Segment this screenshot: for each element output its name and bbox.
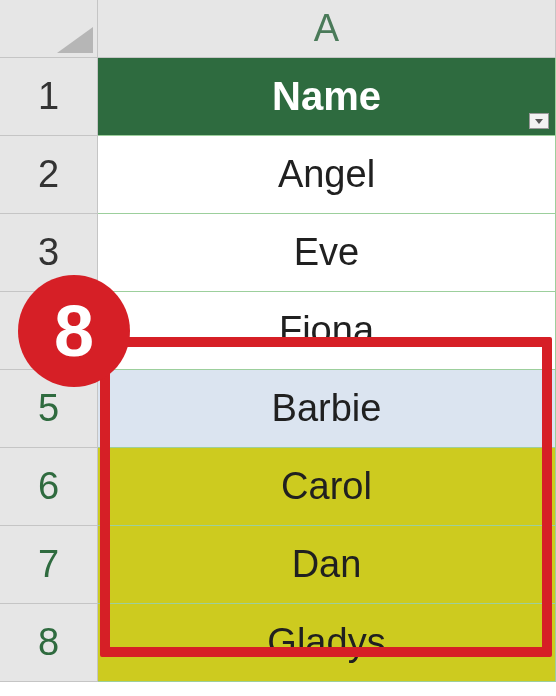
row-header-7[interactable]: 7 — [0, 526, 98, 604]
cell-a6[interactable]: Carol — [98, 448, 556, 526]
cell-a2[interactable]: Angel — [98, 136, 556, 214]
cell-a1[interactable]: Name — [98, 58, 556, 136]
row-header-2[interactable]: 2 — [0, 136, 98, 214]
cell-a1-text: Name — [272, 74, 381, 119]
column-header-a[interactable]: A — [98, 0, 556, 58]
select-all-corner[interactable] — [0, 0, 98, 58]
row-header-4[interactable]: 4 — [0, 292, 98, 370]
row-header-6[interactable]: 6 — [0, 448, 98, 526]
spreadsheet-grid: A 1 Name 2 Angel 3 Eve 4 Fiona 5 Barbie … — [0, 0, 556, 682]
row-header-5[interactable]: 5 — [0, 370, 98, 448]
cell-a3[interactable]: Eve — [98, 214, 556, 292]
row-header-3[interactable]: 3 — [0, 214, 98, 292]
row-header-1[interactable]: 1 — [0, 58, 98, 136]
cell-a7[interactable]: Dan — [98, 526, 556, 604]
row-header-8[interactable]: 8 — [0, 604, 98, 682]
cell-a8[interactable]: Gladys — [98, 604, 556, 682]
filter-dropdown-icon[interactable] — [529, 113, 549, 129]
cell-a5[interactable]: Barbie — [98, 370, 556, 448]
cell-a4[interactable]: Fiona — [98, 292, 556, 370]
